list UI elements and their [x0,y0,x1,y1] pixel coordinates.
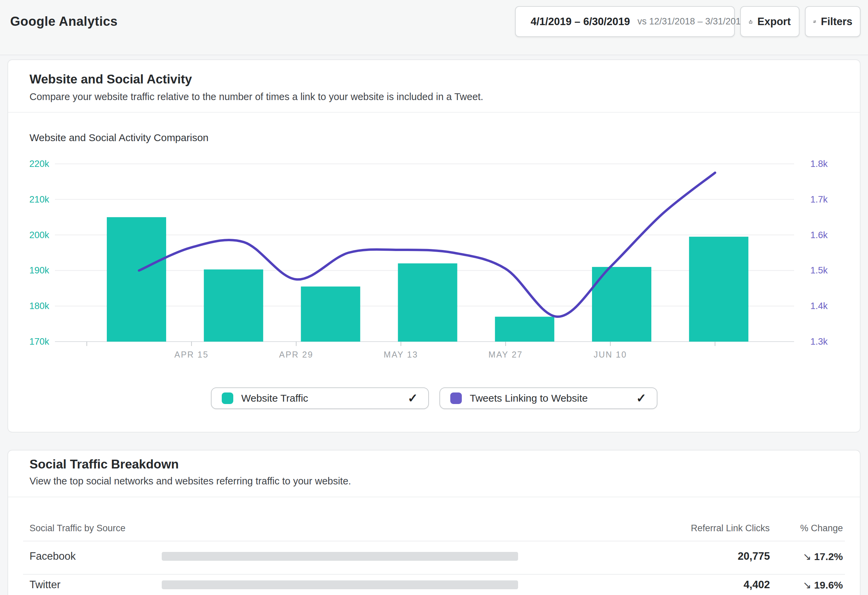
y-right-tick-label: 1.4k [810,301,828,311]
y-right-tick-label: 1.3k [810,336,828,347]
y-right-tick-label: 1.6k [810,230,828,240]
website-traffic-swatch-icon [222,392,233,404]
bar-website-traffic[interactable] [107,217,166,342]
checkmark-icon: ✓ [407,391,418,406]
social-traffic-card: Social Traffic Breakdown View the top so… [7,450,861,595]
y-left-tick-label: 190k [29,265,49,275]
checkmark-icon: ✓ [636,391,646,406]
combo-chart: 220k1.8k210k1.7k200k1.6k190k1.5k180k1.4k… [1,150,868,377]
section-divider [8,497,860,497]
source-label: Facebook [30,550,162,562]
bar-website-traffic[interactable] [301,287,360,342]
change-pct: 19.6% [814,579,843,591]
bar-website-traffic[interactable] [204,269,263,342]
export-icon [749,14,752,30]
legend-label: Tweets Linking to Website [470,392,588,404]
date-range-button[interactable]: 4/1/2019 – 6/30/2019 vs 12/31/2018 – 3/3… [515,6,735,37]
twitter-progress-bar [162,580,518,589]
clicks-value: 20,775 [518,550,770,562]
x-axis-label: APR 15 [174,350,208,359]
x-axis-label: MAY 13 [384,350,418,359]
row-divider [23,574,845,575]
bar-website-traffic[interactable] [689,237,748,342]
table-header-row: Social Traffic by Source Referral Link C… [30,523,843,534]
app-header: Google Analytics 4/1/2019 – 6/30/2019 vs… [0,0,868,55]
y-left-tick-label: 210k [29,194,49,204]
clicks-value: 4,402 [518,579,770,591]
y-right-tick-label: 1.8k [810,159,828,169]
y-left-tick-label: 170k [29,336,49,347]
y-right-tick-label: 1.5k [810,265,828,275]
table-row-facebook[interactable]: Facebook 20,775 ↘17.2% [30,547,843,566]
tweets-swatch-icon [450,392,462,404]
date-range-comparison: vs 12/31/2018 – 3/31/2019 [638,16,746,27]
facebook-progress-bar [162,552,518,561]
y-left-tick-label: 220k [29,159,49,169]
legend-toggle-tweets[interactable]: Tweets Linking to Website ✓ [440,388,657,409]
activity-card-subtitle: Compare your website traffic relative to… [30,91,483,102]
bar-website-traffic[interactable] [495,317,554,342]
export-label: Export [757,16,791,28]
change-value: ↘17.2% [770,551,843,562]
chart-title: Website and Social Activity Comparison [30,132,208,144]
table-header-divider [23,541,845,542]
app-title: Google Analytics [10,14,118,29]
x-axis-label: APR 29 [279,350,313,359]
trend-down-icon: ↘ [803,579,811,591]
section-divider [8,112,860,112]
table-row-twitter[interactable]: Twitter 4,402 ↘19.6% [30,575,843,594]
y-left-tick-label: 200k [29,230,49,240]
export-button[interactable]: Export [740,6,800,37]
source-label: Twitter [30,579,162,591]
col-header-change: % Change [770,523,843,534]
filters-icon [813,14,816,30]
date-range-primary: 4/1/2019 – 6/30/2019 [531,16,630,28]
trend-down-icon: ↘ [803,551,811,562]
filters-label: Filters [821,16,852,28]
col-header-source: Social Traffic by Source [30,523,125,534]
chart-legend: Website Traffic ✓ Tweets Linking to Webs… [8,388,860,409]
social-card-title: Social Traffic Breakdown [30,457,179,472]
y-left-tick-label: 180k [29,301,49,311]
y-right-tick-label: 1.7k [810,194,828,204]
filters-button[interactable]: Filters [805,6,861,37]
x-axis-label: JUN 10 [594,350,627,359]
bar-website-traffic[interactable] [398,263,458,342]
website-social-activity-card: Website and Social Activity Compare your… [7,59,861,432]
legend-toggle-website-traffic[interactable]: Website Traffic ✓ [211,388,429,409]
change-pct: 17.2% [814,551,843,562]
x-axis-label: MAY 27 [488,350,523,359]
legend-label: Website Traffic [241,392,308,404]
col-header-clicks: Referral Link Clicks [517,523,770,534]
activity-card-title: Website and Social Activity [30,72,192,86]
social-card-subtitle: View the top social networks and website… [30,476,351,487]
change-value: ↘19.6% [770,579,843,591]
